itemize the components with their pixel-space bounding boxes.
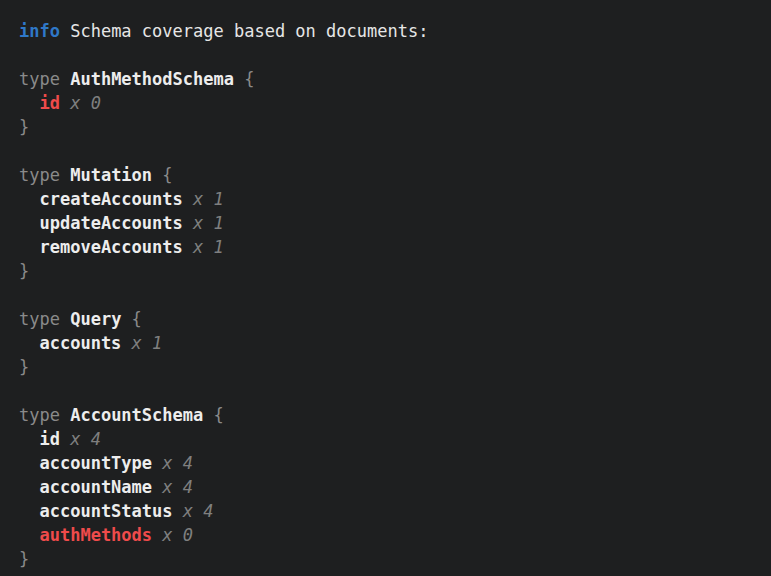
blank-line [19,283,757,307]
field-count: x 0 [60,93,101,113]
field-line: updateAccountsx 1 [19,211,757,235]
field-name: createAccounts [39,189,182,209]
field-name: updateAccounts [39,213,182,233]
type-line: typeQuery{ [19,307,757,331]
type-line: typeMutation{ [19,163,757,187]
open-brace: { [152,165,172,185]
close-brace: } [19,357,29,377]
type-name: Query [60,309,121,329]
field-count: x 4 [152,453,193,473]
field-name: id [39,93,59,113]
type-name: AuthMethodSchema [60,69,234,89]
type-keyword: type [19,165,60,185]
type-keyword: type [19,405,60,425]
type-name: Mutation [60,165,152,185]
open-brace: { [203,405,223,425]
field-name: id [39,429,59,449]
type-name: AccountSchema [60,405,203,425]
field-count: x 1 [183,189,224,209]
field-line: removeAccountsx 1 [19,235,757,259]
field-name: accounts [39,333,121,353]
field-line: accountNamex 4 [19,475,757,499]
field-line: accountTypex 4 [19,451,757,475]
field-count: x 4 [173,501,214,521]
blank-line [19,43,757,67]
close-brace: } [19,549,29,569]
close-brace: } [19,261,29,281]
field-name: accountName [39,477,152,497]
blank-line [19,379,757,403]
field-line: createAccountsx 1 [19,187,757,211]
field-line: accountsx 1 [19,331,757,355]
open-brace: { [234,69,254,89]
field-name: accountType [39,453,152,473]
field-name: accountStatus [39,501,172,521]
close-brace: } [19,117,29,137]
close-line: } [19,115,757,139]
coverage-blocks: typeAuthMethodSchema{idx 0}typeMutation{… [19,43,757,571]
type-line: typeAuthMethodSchema{ [19,67,757,91]
terminal-output[interactable]: infoSchema coverage based on documents: … [0,0,771,576]
field-count: x 4 [60,429,101,449]
field-count: x 4 [152,477,193,497]
field-line: accountStatusx 4 [19,499,757,523]
field-count: x 0 [152,525,193,545]
info-label: info [19,21,60,41]
header-message: Schema coverage based on documents: [60,21,428,41]
field-line: idx 4 [19,427,757,451]
field-name: removeAccounts [39,237,182,257]
blank-line [19,139,757,163]
field-line: idx 0 [19,91,757,115]
open-brace: { [121,309,141,329]
field-line: authMethodsx 0 [19,523,757,547]
type-keyword: type [19,309,60,329]
field-count: x 1 [183,213,224,233]
field-count: x 1 [121,333,162,353]
close-line: } [19,259,757,283]
coverage-header-line: infoSchema coverage based on documents: [19,19,757,43]
field-name: authMethods [39,525,152,545]
close-line: } [19,547,757,571]
field-count: x 1 [183,237,224,257]
type-keyword: type [19,69,60,89]
close-line: } [19,355,757,379]
type-line: typeAccountSchema{ [19,403,757,427]
